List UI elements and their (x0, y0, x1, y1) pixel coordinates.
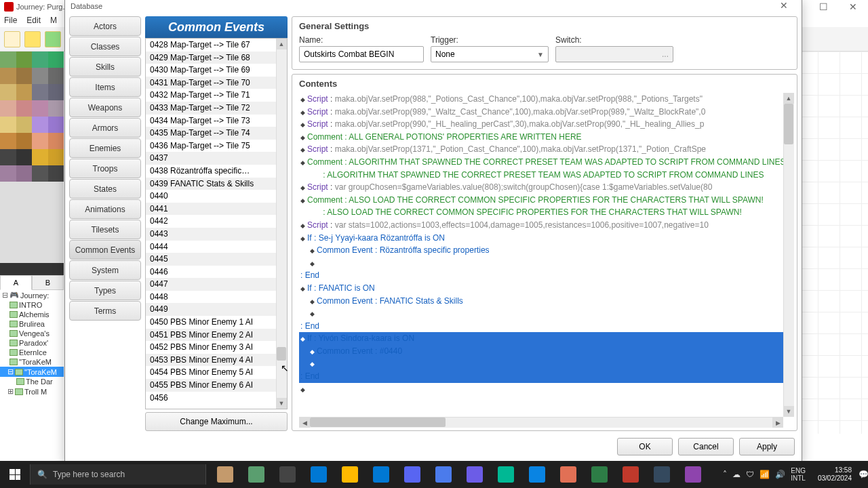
tray-security-icon[interactable]: 🛡 (746, 470, 754, 479)
start-button[interactable] (0, 461, 30, 488)
list-item[interactable]: 0447 (146, 278, 276, 291)
taskbar-app[interactable] (678, 461, 708, 488)
list-item[interactable]: 0439 FANATIC Stats & Skills (146, 178, 276, 190)
list-item[interactable]: 0455 PBS Minor Enemy 6 AI (146, 379, 276, 392)
code-line[interactable]: ◆Script : var groupChosen=$gameVariables… (299, 181, 783, 194)
menu-file[interactable]: File (4, 16, 17, 25)
maximize-button[interactable]: ☐ (808, 0, 838, 14)
notifications-icon[interactable]: 💬 (859, 470, 868, 479)
code-line[interactable]: ◆Script : var stats=1002,actions=1003,ef… (299, 219, 783, 232)
code-line[interactable]: ◆ : ALGORITHM THAT SPAWNED THE CORRECT P… (299, 169, 783, 182)
trigger-select[interactable]: None ▼ (431, 46, 549, 62)
list-item[interactable]: 0449 (146, 303, 276, 316)
list-item[interactable]: 0445 (146, 253, 276, 266)
list-item[interactable]: 0437 (146, 152, 276, 165)
list-item[interactable]: 0429 Map-Target --> Tile 68 (146, 52, 276, 64)
code-line[interactable]: ◆ (299, 307, 783, 320)
name-input[interactable] (299, 46, 424, 62)
code-line[interactable]: ◆ (299, 357, 783, 370)
list-item[interactable]: 0431 Map-Target --> Tile 70 (146, 77, 276, 89)
ok-button[interactable]: OK (617, 438, 673, 455)
code-line[interactable]: ◆Comment : ALSO LOAD THE CORRECT COMMON … (299, 194, 783, 207)
code-line[interactable]: ◆Script : maka.objVar.setProp(989,"_Walt… (299, 106, 783, 119)
map-tree[interactable]: ⊟🎮Journey: INTRO Alchemis Brulirea Venge… (0, 290, 64, 435)
list-item[interactable]: 0430 Map-Target --> Tile 69 (146, 64, 276, 77)
code-hscrollbar[interactable]: ◀ ▶ (299, 417, 783, 428)
tray-wifi-icon[interactable]: 📶 (760, 470, 770, 479)
category-tab-terms[interactable]: Terms (69, 301, 141, 321)
event-list[interactable]: 0428 Map-Target --> Tile 670429 Map-Targ… (145, 38, 288, 409)
list-item[interactable]: 0435 Map-Target --> Tile 74 (146, 127, 276, 140)
taskbar-app[interactable] (397, 461, 427, 488)
list-item[interactable]: 0444 (146, 241, 276, 253)
layer-tab-b[interactable]: B (32, 275, 64, 290)
layer-tab-a[interactable]: A (0, 275, 32, 290)
category-tab-animations[interactable]: Animations (69, 199, 141, 219)
list-item[interactable]: 0450 PBS Minor Enemy 1 AI (146, 316, 276, 329)
menu-edit[interactable]: Edit (26, 16, 41, 25)
category-tab-types[interactable]: Types (69, 281, 141, 300)
scroll-up-icon[interactable]: ▲ (783, 93, 794, 104)
taskbar-app[interactable] (647, 461, 677, 488)
code-line[interactable]: ◆Comment : ALGORITHM THAT SPAWNED THE CO… (299, 156, 783, 169)
cancel-button[interactable]: Cancel (678, 438, 734, 455)
toolbar-btn-2[interactable] (24, 31, 41, 47)
tray-volume-icon[interactable]: 🔊 (775, 470, 785, 479)
switch-select[interactable]: ... (555, 46, 673, 62)
code-line[interactable]: ◆Common Event : FANATIC Stats & Skills (299, 295, 783, 308)
apply-button[interactable]: Apply (739, 438, 795, 455)
taskbar-app[interactable] (585, 461, 614, 488)
code-line[interactable]: ◆Script : maka.objVar.setProp(990,"_HL_h… (299, 118, 783, 131)
scroll-up-icon[interactable]: ▲ (276, 39, 287, 49)
list-item[interactable]: 0453 PBS Minor Enemy 4 AI (146, 354, 276, 367)
close-button[interactable]: ✕ (838, 0, 868, 14)
category-tab-tilesets[interactable]: Tilesets (69, 220, 141, 239)
code-line[interactable]: ◆Common Event : #0440 (299, 345, 783, 358)
category-tab-enemies[interactable]: Enemies (69, 138, 141, 158)
code-vscroll-thumb[interactable] (784, 104, 793, 144)
list-scrollbar[interactable]: ▲ ▼ (276, 39, 287, 409)
taskbar-app[interactable] (553, 461, 583, 488)
list-item[interactable]: 0446 (146, 266, 276, 279)
category-tab-states[interactable]: States (69, 179, 141, 199)
list-scroll-thumb[interactable] (277, 347, 286, 361)
category-tab-system[interactable]: System (69, 260, 141, 280)
taskbar-app[interactable] (335, 461, 365, 488)
tray-chevron-icon[interactable]: ˄ (723, 470, 727, 479)
list-item[interactable]: 0428 Map-Target --> Tile 67 (146, 39, 276, 52)
tileset-palette[interactable] (0, 52, 64, 275)
scroll-down-icon[interactable]: ▼ (783, 406, 794, 417)
tray-cloud-icon[interactable]: ☁ (732, 470, 741, 479)
code-line[interactable]: ◆If : FANATIC is ON (299, 282, 783, 295)
code-line[interactable]: ◆If : Se-j Yyayi-kaara Rözantróffa is ON (299, 232, 783, 245)
toolbar-btn-1[interactable] (4, 31, 20, 47)
taskbar-app[interactable] (210, 461, 240, 488)
category-tab-weapons[interactable]: Weapons (69, 98, 141, 117)
list-item[interactable]: 0456 (146, 392, 276, 405)
taskbar-app[interactable] (241, 461, 271, 488)
taskbar-app[interactable] (616, 461, 646, 488)
list-item[interactable]: 0433 Map-Target --> Tile 72 (146, 102, 276, 115)
category-tab-skills[interactable]: Skills (69, 57, 141, 77)
code-line[interactable]: ◆Comment : ALL GENERAL POTIONS' PROPERTI… (299, 131, 783, 144)
dialog-titlebar[interactable]: Database ✕ (65, 0, 802, 14)
code-line[interactable]: ◆ : ALSO LOAD THE CORRECT COMMON SPECIFI… (299, 206, 783, 219)
code-line[interactable]: ◆If : Yivón Sindora-kaara is ON (299, 332, 783, 345)
list-item[interactable]: 0448 (146, 291, 276, 304)
list-item[interactable]: 0451 PBS Minor Enemy 2 AI (146, 329, 276, 342)
code-line[interactable]: : End (299, 320, 783, 333)
category-tab-troops[interactable]: Troops (69, 159, 141, 178)
category-tab-armors[interactable]: Armors (69, 118, 141, 138)
category-tab-common-events[interactable]: Common Events (69, 240, 141, 260)
scroll-right-icon[interactable]: ▶ (772, 418, 783, 428)
list-item[interactable]: 0440 (146, 190, 276, 203)
taskbar-search[interactable]: 🔍 Type here to search (30, 464, 206, 485)
list-item[interactable]: 0434 Map-Target --> Tile 73 (146, 115, 276, 127)
taskbar-app[interactable] (522, 461, 552, 488)
taskbar-app[interactable] (460, 461, 490, 488)
list-item[interactable]: 0436 Map-Target --> Tile 75 (146, 140, 276, 152)
code-line[interactable]: ◆Common Event : Rözantróffa specific pro… (299, 244, 783, 257)
list-item[interactable]: 0441 (146, 203, 276, 216)
list-item[interactable]: 0443 (146, 228, 276, 241)
taskbar-app[interactable] (491, 461, 521, 488)
